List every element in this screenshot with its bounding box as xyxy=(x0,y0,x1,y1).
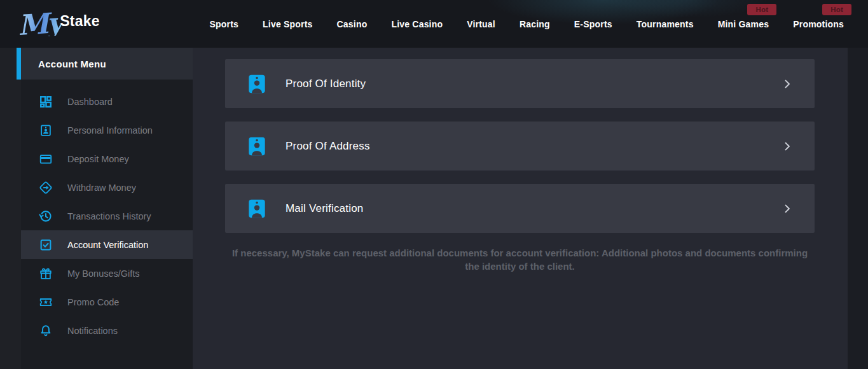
dashboard-grid-icon xyxy=(38,94,53,109)
sidebar-item-notifications[interactable]: Notifications xyxy=(21,316,193,345)
sidebar-item-label: Withdraw Money xyxy=(67,183,136,193)
chevron-right-icon xyxy=(781,140,794,153)
nav-tournaments[interactable]: Tournaments xyxy=(637,19,694,29)
verification-card-proof-of-address[interactable]: Proof Of Address xyxy=(225,122,815,171)
left-gutter xyxy=(0,48,21,369)
id-badge-icon xyxy=(245,197,269,221)
sidebar-item-dashboard[interactable]: Dashboard xyxy=(21,87,193,116)
nav-live-sports[interactable]: Live Sports xyxy=(263,19,312,29)
chevron-right-icon xyxy=(781,202,794,215)
checkbox-check-icon xyxy=(38,237,53,253)
nav-live-casino[interactable]: Live Casino xyxy=(391,19,443,29)
verification-content: Proof Of Identity Proof Of Address xyxy=(193,48,848,369)
nav-casino[interactable]: Casino xyxy=(337,19,368,29)
card-title: Mail Verification xyxy=(286,202,363,215)
nav-mini-games-label: Mini Games xyxy=(718,19,769,29)
credit-card-icon xyxy=(38,151,53,167)
history-clock-icon xyxy=(38,209,53,224)
card-title: Proof Of Identity xyxy=(286,78,366,90)
sidebar-item-label: Deposit Money xyxy=(67,154,129,164)
nav-virtual[interactable]: Virtual xyxy=(467,19,495,29)
sidebar-item-label: My Bonuses/Gifts xyxy=(67,268,140,279)
sidebar-item-my-bonuses-gifts[interactable]: My Bonuses/Gifts xyxy=(21,259,193,288)
account-menu-items: Dashboard Personal Information xyxy=(21,80,193,345)
hot-badge: Hot xyxy=(822,4,851,15)
card-title: Proof Of Address xyxy=(286,140,370,153)
top-nav-bar: My Stake Sports Live Sports Casino Live … xyxy=(0,0,868,48)
sidebar-item-account-verification[interactable]: Account Verification xyxy=(21,230,193,259)
verification-card-proof-of-identity[interactable]: Proof Of Identity xyxy=(225,59,815,108)
nav-e-sports[interactable]: E-Sports xyxy=(574,19,612,29)
nav-mini-games[interactable]: Hot Mini Games xyxy=(718,19,769,29)
sidebar-item-personal-information[interactable]: Personal Information xyxy=(21,116,193,144)
gift-icon xyxy=(38,266,53,281)
sidebar-item-label: Promo Code xyxy=(67,297,119,307)
nav-promotions[interactable]: Hot Promotions xyxy=(793,19,844,29)
verification-note: If necessary, MyStake can request additi… xyxy=(225,246,815,273)
right-gutter xyxy=(848,48,868,369)
chevron-right-icon xyxy=(781,78,794,90)
verification-card-mail-verification[interactable]: Mail Verification xyxy=(225,184,815,233)
primary-nav: Sports Live Sports Casino Live Casino Vi… xyxy=(210,19,868,29)
bell-icon xyxy=(38,323,53,338)
sidebar-item-label: Dashboard xyxy=(67,97,113,107)
sidebar-item-transactions-history[interactable]: Transactions History xyxy=(21,202,193,230)
sidebar-item-deposit-money[interactable]: Deposit Money xyxy=(21,144,193,173)
account-menu-header: Account Menu xyxy=(21,48,193,80)
withdraw-arrow-icon xyxy=(38,180,53,195)
nav-promotions-label: Promotions xyxy=(793,19,844,29)
sidebar-item-promo-code[interactable]: Promo Code xyxy=(21,288,193,316)
app-window: My Stake Sports Live Sports Casino Live … xyxy=(0,0,868,369)
sidebar-item-label: Account Verification xyxy=(67,240,148,250)
sidebar-item-label: Personal Information xyxy=(67,125,153,136)
nav-racing[interactable]: Racing xyxy=(520,19,550,29)
id-badge-icon xyxy=(245,72,269,96)
hot-badge: Hot xyxy=(747,4,776,15)
id-card-icon xyxy=(38,123,53,138)
account-menu-sidebar: Account Menu Dashboard xyxy=(21,48,193,369)
accent-bar xyxy=(17,48,21,80)
brand-logo-script: My xyxy=(17,10,62,38)
account-menu-title: Account Menu xyxy=(38,59,106,69)
sidebar-item-label: Transactions History xyxy=(67,211,151,221)
brand-logo[interactable]: My Stake xyxy=(18,11,100,37)
sidebar-item-withdraw-money[interactable]: Withdraw Money xyxy=(21,173,193,202)
nav-sports[interactable]: Sports xyxy=(210,19,239,29)
brand-logo-rest: Stake xyxy=(60,13,99,30)
ticket-star-icon xyxy=(38,295,53,310)
id-badge-icon xyxy=(245,134,269,158)
sidebar-item-label: Notifications xyxy=(67,326,118,336)
